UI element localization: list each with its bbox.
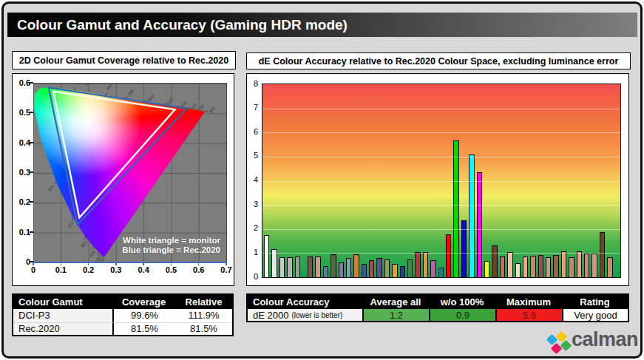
gamut-row-label: Rec.2020 [13,322,112,336]
bar [369,260,374,277]
wavelength-tick [74,87,75,90]
bar [346,258,351,277]
bar [295,257,300,277]
gamut-row-label: DCI-P3 [13,309,112,322]
bar [515,263,521,277]
accuracy-value-cell: 5.6 [495,309,562,321]
accuracy-value-cell: Very good [562,309,628,321]
bar [469,154,474,277]
bar [362,264,367,277]
bar-y-tick-label: 4 [247,175,258,184]
gridline [262,109,620,109]
wavelength-label: 580 [105,84,113,91]
y-tick-mark [30,112,33,113]
bar [530,256,535,277]
wavelength-label: 590 [126,89,135,97]
accuracy-row-note: (lower is better) [291,311,342,319]
table-header-cell: Coverage [112,295,175,309]
bar [500,257,505,277]
bar [415,252,420,277]
bar [453,140,458,277]
x-tick-mark [171,262,172,265]
bar [446,234,451,277]
wavelength-label: 620 [180,101,188,109]
wavelength-label: 460 [80,240,88,248]
gridline [262,181,620,182]
de-bar-plot [262,84,621,278]
table-header-cell: Maximum [495,295,562,309]
x-tick-label: 0 [23,265,44,274]
gridline [262,132,620,133]
bar [507,252,512,277]
wavelength-label: 680 [209,106,217,114]
gamut-coverage-value: 99.6% [112,309,175,322]
x-tick-mark [115,262,117,265]
x-tick-mark [88,262,89,265]
bar-y-tick-label: 5 [247,151,258,160]
accuracy-row-label: dE 2000(lower is better) [248,309,362,321]
y-tick-label: 0.5 [13,108,30,117]
y-tick-label: 0.4 [13,138,30,147]
wavelength-tick [72,217,73,221]
gamut-table: Colour GamutCoverageRelativeDCI-P399.6%1… [12,293,234,336]
bar [546,257,551,277]
wavelength-label: 560 [67,84,75,85]
x-tick-mark [198,262,200,265]
logo-text: calman [572,328,638,351]
accuracy-chart-panel: 012345678 [246,73,629,286]
wavelength-label: 450 [88,250,96,258]
report-frame: Colour Gamut and Accuracy (Gaming HDR mo… [1,1,643,359]
bar [492,245,497,277]
wavelength-tick [106,92,108,95]
y-tick-label: 0.3 [13,168,30,177]
gamut-coverage-value: 81.5% [112,322,175,336]
x-tick-mark [226,262,227,265]
bar [264,235,269,277]
bar [607,257,612,277]
table-header-cell: Colour Gamut [13,295,112,309]
table-header-cell: Relative [175,295,232,309]
bar [577,251,582,277]
wavelength-label: 600 [147,94,155,102]
cie-chromaticity-plot: 4204304404504604704805605705805906006106… [33,83,227,262]
bar [569,257,574,277]
bar [538,255,543,277]
bar-y-tick-label: 0 [247,272,258,281]
bar [339,262,344,277]
bar [477,172,482,277]
bar [430,260,435,277]
page-title: Colour Gamut and Accuracy (Gaming HDR mo… [7,13,637,37]
table-header-cell: Rating [562,295,628,309]
bar-y-tick-label: 8 [247,79,258,88]
bar [331,254,336,277]
bar [400,266,405,277]
x-tick-label: 0.4 [133,265,154,274]
bar [523,257,528,277]
wavelength-label: 480 [47,185,55,193]
bar [376,258,382,277]
bar [392,264,397,277]
bar [484,261,489,277]
gridline [262,253,620,254]
y-tick-label: 0.2 [13,197,30,206]
bar-y-tick-label: 6 [247,127,258,136]
wavelength-tick [125,97,128,99]
y-tick-mark [30,261,33,262]
x-tick-label: 0.1 [50,265,71,274]
gridline [262,205,620,206]
x-tick-label: 0.6 [189,265,209,274]
x-tick-mark [143,262,144,265]
y-tick-mark [30,171,33,173]
bar [600,232,605,277]
bar [384,259,390,277]
bar [423,252,428,277]
x-tick-label: 0.5 [160,265,181,274]
accuracy-value-cell: 0.9 [429,309,495,321]
y-tick-label: 0 [13,257,30,266]
wavelength-label: 570 [84,84,92,86]
bar [308,257,313,277]
gamut-triangles-overlay: 4204304404504604704805605705805906006106… [33,84,226,262]
table-header-cell: Average all [362,295,429,309]
bar [287,257,292,277]
y-tick-label: 0.1 [13,228,30,237]
